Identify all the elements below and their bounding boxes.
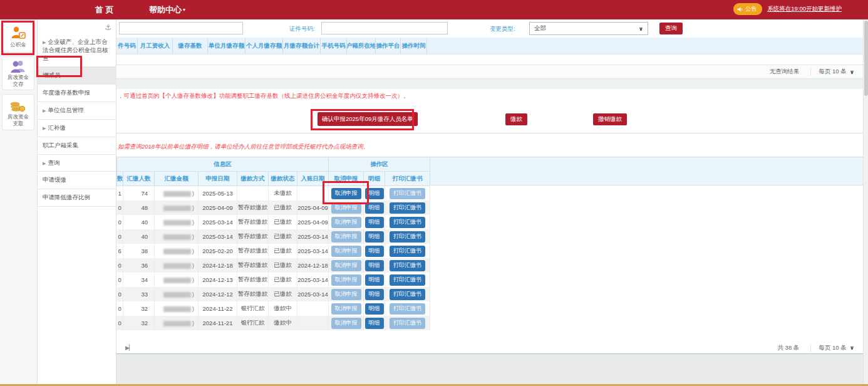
table-cell: 74 <box>123 186 155 201</box>
confirm-declare-button[interactable]: 确认申报2025年09月缴存人员名单 <box>318 112 418 126</box>
sidebar-item[interactable]: ▶汇补缴 <box>38 120 116 137</box>
table-cell: ) <box>155 244 199 258</box>
table-row: 036)2024-12-18暂存款缴款已缴款2024-12-18取消申报明细打印… <box>117 258 430 273</box>
table-cell: 2025-02-20 <box>199 244 237 258</box>
speaker-icon <box>737 6 743 13</box>
query-button[interactable]: 查询 <box>659 23 683 34</box>
change-type-value: 全部 <box>534 24 546 33</box>
print-remittance-button[interactable]: 打印汇缴书 <box>390 289 425 300</box>
column-header: 手机号码 <box>321 38 347 54</box>
cancel-declare-button: 取消申报 <box>331 318 361 329</box>
table-cell: 已缴款 <box>269 215 297 229</box>
masked-amount <box>163 249 191 254</box>
sidebar-item[interactable]: ▶查询 <box>38 155 116 172</box>
detail-button[interactable]: 明细 <box>365 188 384 199</box>
table-cell <box>237 186 269 201</box>
rail-item-housing-withdraw[interactable]: 房改资金 支取 <box>2 94 34 130</box>
table-cell: 已缴款 <box>269 229 297 244</box>
divider-line <box>116 133 863 133</box>
print-remittance-button[interactable]: 打印汇缴书 <box>390 231 425 243</box>
table-cell: ) <box>155 186 199 201</box>
table-cell: 打印汇缴书 <box>385 273 430 287</box>
table-cell: 打印汇缴书 <box>385 301 430 316</box>
page-size-select[interactable]: 每页 10 条 ∨ <box>810 344 854 352</box>
table-cell: 暂存款缴款 <box>237 258 269 273</box>
page-size-select[interactable]: 每页 10 条 ∨ <box>810 68 854 76</box>
table-group-header-row: 信息区 操作区 <box>117 157 430 172</box>
table-cell: 取消申报 <box>329 229 364 244</box>
scrollbar-thumb[interactable] <box>864 21 868 96</box>
rail-item-provident-fund[interactable]: 公积金 <box>2 21 34 53</box>
nav-help-center[interactable]: 帮助中心▾ <box>149 4 185 16</box>
rail-item-housing-deposit[interactable]: 房改资金 交存 <box>2 56 34 90</box>
table-cell: 取消申报 <box>329 186 364 201</box>
detail-button[interactable]: 明细 <box>365 318 384 329</box>
sidebar-item[interactable]: 增减员 <box>38 67 116 85</box>
print-remittance-button[interactable]: 打印汇缴书 <box>390 274 425 286</box>
print-remittance-button[interactable]: 打印汇缴书 <box>390 246 425 257</box>
column-header: 入账日期 <box>297 172 329 186</box>
sidebar-item[interactable]: 申请降低缴存比例 <box>38 189 116 207</box>
table-cell: 2024-11-22 <box>199 301 237 316</box>
table-cell: 打印汇缴书 <box>385 316 430 330</box>
sidebar-item[interactable]: ▶企业破产、企业上市合法合规住房公积金信息核查 <box>38 34 116 67</box>
cancel-declare-button[interactable]: 取消申报 <box>331 188 361 199</box>
sidebar-item[interactable]: 职工户籍采集 <box>38 137 116 155</box>
table-cell: ) <box>155 201 199 215</box>
detail-button[interactable]: 明细 <box>365 231 384 243</box>
sidebar-item[interactable]: ▶单位信息管理 <box>38 102 116 120</box>
print-remittance-button[interactable]: 打印汇缴书 <box>390 217 425 228</box>
last-page-icon[interactable]: ▶▏ <box>125 345 133 351</box>
table-cell: 1 <box>117 186 123 201</box>
table-cell: 明细 <box>364 316 385 330</box>
detail-button[interactable]: 明细 <box>365 246 384 257</box>
cancel-declare-button: 取消申报 <box>331 202 361 214</box>
announcement-badge: 公告 <box>733 3 762 15</box>
name-search-input[interactable] <box>119 22 243 34</box>
table-cell <box>297 301 329 316</box>
cancel-payment-button[interactable]: 撤销缴款 <box>593 113 627 125</box>
table-cell: 48 <box>123 201 155 215</box>
masked-amount <box>163 321 191 326</box>
masked-amount <box>163 292 191 298</box>
anchor-icon[interactable]: ⚓ <box>105 23 111 32</box>
table-cell: 明细 <box>364 215 385 229</box>
chevron-down-icon: ▾ <box>183 7 185 13</box>
table-cell: 40 <box>123 215 155 229</box>
detail-button[interactable]: 明细 <box>365 260 384 271</box>
change-type-select[interactable]: 全部 ∨ <box>529 22 648 35</box>
sidebar-menu-list: ▶企业破产、企业上市合法合规住房公积金信息核查增减员年度缴存基数申报▶单位信息管… <box>38 34 116 207</box>
nav-home[interactable]: 首 页 <box>95 4 114 16</box>
expand-arrow-icon: ▶ <box>43 161 46 165</box>
table-cell: 32 <box>123 301 155 316</box>
table-cell: 0 <box>117 287 123 301</box>
table-cell: 未缴款 <box>269 186 297 201</box>
detail-button[interactable]: 明细 <box>365 202 384 214</box>
table-row: 033)2024-12-12暂存款缴款已缴款2025-03-14取消申报明细打印… <box>117 287 430 301</box>
detail-button[interactable]: 明细 <box>365 217 384 228</box>
remittance-table: 信息区 操作区 数汇缴人数汇缴金额申报日期缴款方式缴款状态入账日期取消申报明细打… <box>116 157 430 330</box>
table-cell: 32 <box>123 316 155 330</box>
print-remittance-button[interactable]: 打印汇缴书 <box>390 202 425 214</box>
expand-arrow-icon: ▶ <box>43 126 46 130</box>
vertical-scrollbar[interactable] <box>863 19 868 386</box>
history-query-notice: 如需查询2018年以前单位缴存明细，请单位经办人前往任意管理部或受托银行代办点现… <box>118 143 369 151</box>
detail-button[interactable]: 明细 <box>365 274 384 286</box>
column-header: 月工资收入 <box>138 38 173 54</box>
column-header: 缴存基数 <box>173 38 208 54</box>
maintenance-notice-link[interactable]: 系统将在19:00开始更新维护 <box>767 5 842 13</box>
column-header: 申报日期 <box>199 172 237 186</box>
table-cell: 2025-03-14 <box>199 215 237 229</box>
table-cell: 打印汇缴书 <box>385 229 430 244</box>
table-cell: 2025-03-14 <box>297 273 329 287</box>
print-remittance-button[interactable]: 打印汇缴书 <box>390 260 425 271</box>
sidebar-item[interactable]: 年度缴存基数申报 <box>38 85 116 102</box>
table-cell: 打印汇缴书 <box>385 215 430 229</box>
detail-button[interactable]: 明细 <box>365 303 384 315</box>
sidebar-item[interactable]: 申请缓缴 <box>38 172 116 189</box>
table-cell <box>297 316 329 330</box>
column-header: 缴款方式 <box>237 172 269 186</box>
pay-button[interactable]: 缴款 <box>505 113 527 125</box>
cert-number-input[interactable] <box>321 22 448 34</box>
detail-button[interactable]: 明细 <box>365 289 384 300</box>
